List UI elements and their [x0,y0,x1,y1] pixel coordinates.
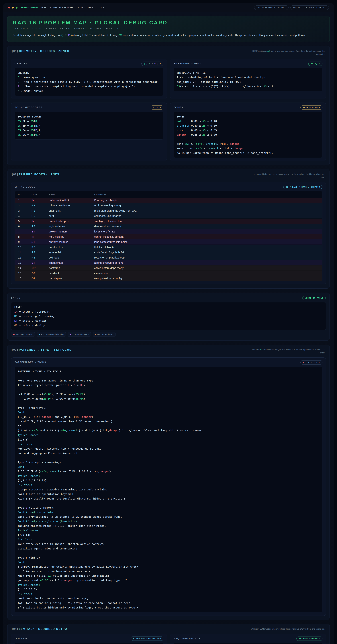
text-segment: ( Z_QE = [18,429,32,432]
text-segment: Cond if only a single run (heuristic): [18,520,79,523]
text-segment: safe: [177,120,185,123]
text-segment: = input / retrieval [18,310,50,313]
text-segment: R [303,361,304,364]
text-segment: you may treat [18,579,40,582]
text-segment: ΔS [260,348,263,351]
section-patterns-title: [03]PATTERNS → TYPE → FIX FOCUS [12,348,72,351]
window-maximize-icon[interactable] [16,7,18,8]
text-segment: } ) // embed false positive; skip P as m… [119,429,201,432]
code-line: Type P (prompt / reasoning) [18,460,320,464]
text-segment: Let Z_QE = zone( [18,392,44,396]
text-segment: } [109,470,111,473]
window-close-icon[interactable] [8,7,10,8]
panel-patterns-header: PATTERN DEFINITIONS R / P / S / I [14,360,322,364]
text-segment: and Z_EP ∈ { [38,429,60,432]
text-segment: P [154,62,156,65]
text-segment: ΔS [202,128,206,132]
text-segment: Fix focus: [18,538,34,541]
code-line: danger: 0.85 ≤ ΔS ≤ 1.00 [177,132,320,137]
text-segment: = top-k retrieved docs (small k, e.g., 3… [19,80,158,84]
text-segment: _QA = [21,133,30,136]
text-segment: ΔS [177,85,180,88]
text-segment: Type [18,556,26,559]
section-llm-task: [04]LLM TASK · REQUIRED OUTPUT What any … [7,624,330,644]
lane-dot-icon [95,334,96,335]
mode-lane: RE [32,251,49,254]
code-line [18,401,320,406]
text-segment: risk [101,429,108,432]
mode-lane: RE [32,214,49,218]
code-line: cos_sim(u,v) = cosine similarity in [0,1… [177,80,320,84]
text-segment: , [37,128,38,132]
mode-number: 4 [18,214,32,218]
text-segment: (infra) [27,556,40,559]
code-line: Cond: [18,410,320,414]
code-line: Fix focus: [18,592,320,596]
text-segment: ), [84,392,87,396]
text-segment: Q [62,34,64,36]
mode-lane: OP [32,272,49,275]
code-line: ST = state / context [14,318,323,323]
patterns-code-block: PATTERNS → TYPE → FIX FOCUS Note: one mo… [14,367,322,612]
text-segment: ΔS(X,Y) [311,62,320,65]
text-segment: Fix focus: [18,592,34,596]
text-segment: 0.00 ≤ [185,120,202,123]
code-line: zone(ΔS) ∈ {safe, transit, risk, danger} [177,142,320,146]
mode-lane: OP [32,266,49,270]
text-segment: Z_QE, Z_EP ∈ { [18,470,40,473]
code-line [18,387,320,392]
code-line: Cond if multi-run data: [18,510,320,514]
text-segment: ( Z_QE ∈ { [18,415,34,418]
code-line: If E exists but is hidden only by missin… [18,605,320,610]
text-segment: < 0.60 [206,124,217,127]
text-segment: What any LLM must do when you feed this … [251,628,325,630]
text-segment: ΔS [18,133,21,136]
mode-number: 8 [18,235,32,238]
text-segment: ΔS_PA [44,397,52,400]
code-line: ZONES [177,114,320,119]
lanes-code-block: LANESIN = input / retrievalRE = reasonin… [11,302,326,330]
app-name: RAG-DEBUG [21,6,38,9]
window-title: RAG-DEBUG · RAG 16 PROBLEM MAP · GLOBAL … [21,6,107,9]
text-segment: / [304,361,308,364]
code-line: PATTERNS → TYPE → FIX FOCUS [18,369,320,374]
text-segment: ), Z_QA = zone( [52,397,76,400]
code-line: make state explicit in inputs, shorten a… [18,542,320,546]
text-segment: Cond: [18,465,26,468]
mode-symptom: code / math / symbols fail [94,251,319,254]
text-segment: > [76,384,80,387]
required-output-code-block: REQUIRED OUTPUT ΔS: ΔS_QE, ΔS_EP, ΔS_PA,… [174,643,322,644]
text-segment: } and Z_QA ∈ { [52,415,74,418]
text-segment: SAFE → DANGER [303,106,320,108]
text-segment: metric and four boundaries. Everything d… [270,50,325,55]
text-segment: ΔS [30,120,34,123]
code-line: IN = input / retrieval [14,310,323,314]
code-line: RE = reasoning / planning [14,314,323,318]
text-segment: When Type I holds, [18,574,48,577]
code-line: Cond: [18,464,320,469]
text-segment: RE [14,314,18,318]
panel-rag-modes-header: 16 RAG MODES NO / LANE / NAME / SYMPTOM [14,185,322,189]
text-segment: ≤ 1 [267,85,273,88]
modes-table: NO LANE NAME SYMPTOM 1INhallucination/dr… [14,191,322,281]
text-segment: safe [32,429,38,432]
text-segment: From four [251,348,260,351]
mode-symptom: agents overwrite or fight [94,261,319,264]
mode-name: bluff [49,214,94,218]
lane-dot-icon [70,334,71,335]
panel-zones-header: ZONES SAFE → DANGER [174,105,322,110]
text-segment: ΔS [30,133,34,136]
mode-name: self-loop [49,256,94,259]
text-segment: , [70,34,71,36]
text-segment: P [87,384,88,387]
code-line: Cond if only a single run (heuristic): [18,519,320,524]
window-minimize-icon[interactable] [12,7,14,8]
mode-name: logic collapse [49,225,94,228]
code-line: Typical modes: [18,474,320,478]
text-segment: Q [35,133,37,136]
mode-name: chain drift [49,209,94,212]
mode-number: 10 [18,246,32,249]
panel-required-output-label: REQUIRED OUTPUT [174,637,200,640]
text-segment: = model answer [19,89,44,92]
panel-embedding-badge: ΔS(X,Y) [308,62,322,66]
